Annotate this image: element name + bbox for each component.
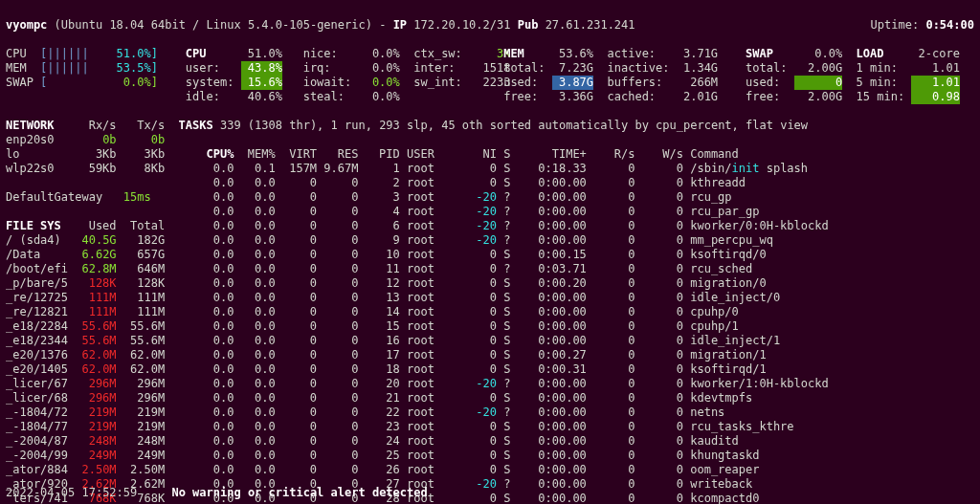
- fs-row: _-2004/99249M249M: [6, 449, 179, 463]
- fs-row: /boot/efi62.8M646M: [6, 262, 179, 276]
- fs-row: _e18/228455.6M55.6M: [6, 319, 179, 334]
- task-row[interactable]: 0.00.00013 root0 S0:00.0000 idle_inject/…: [179, 291, 974, 305]
- fs-row: / (sda4)40.5G182G: [6, 233, 179, 248]
- header: vyompc (Ubuntu 18.04 64bit / Linux 5.4.0…: [6, 4, 974, 33]
- task-row[interactable]: 0.00.00017 root0 S0:00.2700 migration/1: [179, 348, 974, 362]
- net-row: lo3Kb3Kb: [6, 147, 179, 162]
- fs-row: _e20/140562.0M62.0M: [6, 362, 179, 377]
- task-row[interactable]: 0.00.00014 root0 S0:00.0000 cpuhp/0: [179, 305, 974, 319]
- task-row[interactable]: 0.00.0003 root-20 ?0:00.0000 rcu_gp: [179, 190, 974, 205]
- mem-stats: MEM53.6% active:3.71G total:7.23G inacti…: [503, 47, 746, 104]
- task-row[interactable]: 0.00.0009 root-20 ?0:00.0000 mm_percpu_w…: [179, 233, 974, 248]
- task-row[interactable]: 0.00.00024 root0 S0:00.0000 kauditd: [179, 434, 974, 449]
- task-row[interactable]: 0.00.0004 root-20 ?0:00.0000 rcu_par_gp: [179, 205, 974, 219]
- net-row: enp20s00b0b: [6, 133, 179, 147]
- fs-row: _-1804/72219M219M: [6, 405, 179, 420]
- fs-row: _p/bare/5128K128K: [6, 276, 179, 291]
- task-row[interactable]: 0.00.00023 root0 S0:00.0000 rcu_tasks_kt…: [179, 420, 974, 434]
- fs-row: _-1804/77219M219M: [6, 420, 179, 434]
- hostname: vyompc: [6, 18, 47, 33]
- load-stats: LOAD2-core 1 min:1.01 5 min:1.01 15 min:…: [857, 47, 968, 104]
- fs-row: _licer/67296M296M: [6, 377, 179, 391]
- task-row[interactable]: 0.00.00020 root-20 ?0:00.0000 kworker/1:…: [179, 377, 974, 391]
- fs-row: /Data6.62G657G: [6, 248, 179, 262]
- fs-row: _re/12821111M111M: [6, 305, 179, 319]
- fs-row: _e18/234455.6M55.6M: [6, 334, 179, 348]
- task-row[interactable]: 0.00.00022 root-20 ?0:00.0000 netns: [179, 405, 974, 420]
- task-row[interactable]: 0.00.00018 root0 S0:00.3100 ksoftirqd/1: [179, 362, 974, 377]
- task-row[interactable]: 0.00.1157M9.67M1 root0 S0:18.3300 /sbin/…: [179, 162, 974, 176]
- fs-row: _re/12725111M111M: [6, 291, 179, 305]
- task-row[interactable]: 0.00.00021 root0 S0:00.0000 kdevtmpfs: [179, 391, 974, 405]
- cpu-stats: CPU51.0% nice:0.0% ctx_sw:3K user:43.8% …: [186, 47, 503, 104]
- task-row[interactable]: 0.00.00011 root0 ?0:03.7100 rcu_sched: [179, 262, 974, 276]
- task-row[interactable]: 0.00.00010 root0 S0:00.1500 ksoftirqd/0: [179, 248, 974, 262]
- task-row[interactable]: 0.00.0002 root0 S0:00.0000 kthreadd: [179, 176, 974, 190]
- swap-stats: SWAP0.0% total:2.00G used:0 free:2.00G: [746, 47, 857, 104]
- tasks-header: CPU%MEM%VIRTRESPID USERNI STIME+R/sW/s C…: [179, 147, 974, 162]
- fs-row: _e20/137662.0M62.0M: [6, 348, 179, 362]
- quicklook: CPU[||||||51.0%] MEM[||||||53.5%] SWAP[0…: [6, 47, 186, 104]
- footer: 2022-04-05 17:52:59 No warning or critic…: [6, 471, 974, 500]
- task-row[interactable]: 0.00.00015 root0 S0:00.0000 cpuhp/1: [179, 319, 974, 334]
- tasks-panel: TASKS 339 (1308 thr), 1 run, 293 slp, 45…: [179, 119, 974, 504]
- fs-row: _-2004/87248M248M: [6, 434, 179, 449]
- net-row: wlp22s059Kb8Kb: [6, 162, 179, 176]
- task-row[interactable]: 0.00.00012 root0 S0:00.2000 migration/0: [179, 276, 974, 291]
- fs-row: _licer/68296M296M: [6, 391, 179, 405]
- task-row[interactable]: 0.00.00016 root0 S0:00.0000 idle_inject/…: [179, 334, 974, 348]
- left-panel: NETWORKRx/sTx/s enp20s00b0blo3Kb3Kbwlp22…: [6, 119, 179, 504]
- task-row[interactable]: 0.00.00025 root0 S0:00.0000 khungtaskd: [179, 449, 974, 463]
- task-row[interactable]: 0.00.0006 root-20 ?0:00.0000 kworker/0:0…: [179, 219, 974, 233]
